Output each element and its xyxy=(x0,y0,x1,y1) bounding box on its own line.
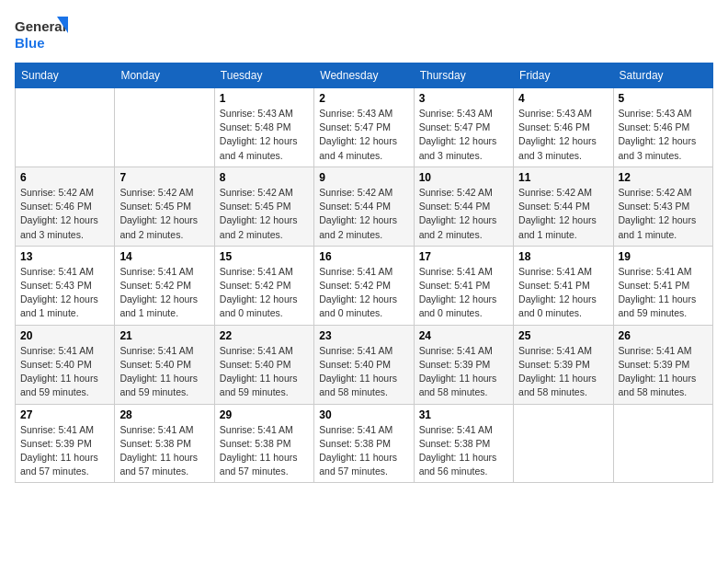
day-info: Sunrise: 5:41 AM Sunset: 5:43 PM Dayligh… xyxy=(20,265,109,321)
day-number: 19 xyxy=(619,250,708,263)
day-info: Sunrise: 5:41 AM Sunset: 5:41 PM Dayligh… xyxy=(518,265,608,321)
day-info: Sunrise: 5:41 AM Sunset: 5:38 PM Dayligh… xyxy=(119,423,209,479)
day-info: Sunrise: 5:43 AM Sunset: 5:48 PM Dayligh… xyxy=(220,107,309,163)
day-number: 9 xyxy=(319,171,408,184)
calendar-cell: 16Sunrise: 5:41 AM Sunset: 5:42 PM Dayli… xyxy=(314,246,414,325)
day-number: 11 xyxy=(518,171,608,184)
day-number: 25 xyxy=(518,329,608,342)
calendar-cell: 7Sunrise: 5:42 AM Sunset: 5:45 PM Daylig… xyxy=(115,167,214,246)
calendar-cell: 6Sunrise: 5:42 AM Sunset: 5:46 PM Daylig… xyxy=(16,167,115,246)
day-number: 30 xyxy=(319,408,408,421)
day-number: 27 xyxy=(20,408,109,421)
calendar-cell: 27Sunrise: 5:41 AM Sunset: 5:39 PM Dayli… xyxy=(16,404,115,483)
day-info: Sunrise: 5:41 AM Sunset: 5:40 PM Dayligh… xyxy=(119,344,209,400)
calendar-cell: 9Sunrise: 5:42 AM Sunset: 5:44 PM Daylig… xyxy=(314,167,414,246)
day-number: 7 xyxy=(119,171,209,184)
day-info: Sunrise: 5:41 AM Sunset: 5:41 PM Dayligh… xyxy=(619,265,708,321)
calendar-week-row: 20Sunrise: 5:41 AM Sunset: 5:40 PM Dayli… xyxy=(16,325,713,404)
day-number: 29 xyxy=(220,408,309,421)
header-monday: Monday xyxy=(115,63,214,88)
day-info: Sunrise: 5:41 AM Sunset: 5:39 PM Dayligh… xyxy=(619,344,708,400)
day-info: Sunrise: 5:41 AM Sunset: 5:42 PM Dayligh… xyxy=(119,265,209,321)
day-info: Sunrise: 5:41 AM Sunset: 5:38 PM Dayligh… xyxy=(419,423,508,479)
day-number: 16 xyxy=(319,250,408,263)
header-sunday: Sunday xyxy=(16,63,115,88)
day-info: Sunrise: 5:42 AM Sunset: 5:43 PM Dayligh… xyxy=(619,186,708,242)
day-number: 23 xyxy=(319,329,408,342)
calendar-cell: 10Sunrise: 5:42 AM Sunset: 5:44 PM Dayli… xyxy=(414,167,513,246)
calendar-cell: 12Sunrise: 5:42 AM Sunset: 5:43 PM Dayli… xyxy=(613,167,712,246)
calendar-week-row: 1Sunrise: 5:43 AM Sunset: 5:48 PM Daylig… xyxy=(16,88,713,167)
calendar-cell: 15Sunrise: 5:41 AM Sunset: 5:42 PM Dayli… xyxy=(214,246,313,325)
calendar-week-row: 13Sunrise: 5:41 AM Sunset: 5:43 PM Dayli… xyxy=(16,246,713,325)
calendar-cell: 25Sunrise: 5:41 AM Sunset: 5:39 PM Dayli… xyxy=(514,325,613,404)
calendar-week-row: 27Sunrise: 5:41 AM Sunset: 5:39 PM Dayli… xyxy=(16,404,713,483)
day-number: 18 xyxy=(518,250,608,263)
calendar-cell: 31Sunrise: 5:41 AM Sunset: 5:38 PM Dayli… xyxy=(414,404,513,483)
calendar-cell: 20Sunrise: 5:41 AM Sunset: 5:40 PM Dayli… xyxy=(16,325,115,404)
day-info: Sunrise: 5:41 AM Sunset: 5:40 PM Dayligh… xyxy=(20,344,109,400)
day-info: Sunrise: 5:43 AM Sunset: 5:47 PM Dayligh… xyxy=(419,107,508,163)
day-number: 22 xyxy=(220,329,309,342)
day-info: Sunrise: 5:41 AM Sunset: 5:38 PM Dayligh… xyxy=(220,423,309,479)
day-number: 5 xyxy=(619,92,708,105)
calendar-cell: 30Sunrise: 5:41 AM Sunset: 5:38 PM Dayli… xyxy=(314,404,414,483)
calendar-cell: 22Sunrise: 5:41 AM Sunset: 5:40 PM Dayli… xyxy=(214,325,313,404)
calendar-cell xyxy=(115,88,214,167)
day-info: Sunrise: 5:42 AM Sunset: 5:44 PM Dayligh… xyxy=(518,186,608,242)
calendar-cell: 5Sunrise: 5:43 AM Sunset: 5:46 PM Daylig… xyxy=(613,88,712,167)
calendar-cell xyxy=(16,88,115,167)
calendar-cell: 19Sunrise: 5:41 AM Sunset: 5:41 PM Dayli… xyxy=(613,246,712,325)
svg-text:Blue: Blue xyxy=(15,35,45,51)
calendar-cell: 14Sunrise: 5:41 AM Sunset: 5:42 PM Dayli… xyxy=(115,246,214,325)
day-info: Sunrise: 5:42 AM Sunset: 5:46 PM Dayligh… xyxy=(20,186,109,242)
calendar-cell: 1Sunrise: 5:43 AM Sunset: 5:48 PM Daylig… xyxy=(214,88,313,167)
header-friday: Friday xyxy=(514,63,613,88)
day-number: 31 xyxy=(419,408,508,421)
day-number: 12 xyxy=(619,171,708,184)
day-info: Sunrise: 5:43 AM Sunset: 5:47 PM Dayligh… xyxy=(319,107,408,163)
header-thursday: Thursday xyxy=(414,63,513,88)
calendar-cell: 28Sunrise: 5:41 AM Sunset: 5:38 PM Dayli… xyxy=(115,404,214,483)
day-info: Sunrise: 5:41 AM Sunset: 5:39 PM Dayligh… xyxy=(518,344,608,400)
day-info: Sunrise: 5:41 AM Sunset: 5:38 PM Dayligh… xyxy=(319,423,408,479)
calendar-cell: 26Sunrise: 5:41 AM Sunset: 5:39 PM Dayli… xyxy=(613,325,712,404)
day-info: Sunrise: 5:42 AM Sunset: 5:45 PM Dayligh… xyxy=(119,186,209,242)
header-tuesday: Tuesday xyxy=(214,63,313,88)
calendar-cell: 4Sunrise: 5:43 AM Sunset: 5:46 PM Daylig… xyxy=(514,88,613,167)
day-number: 24 xyxy=(419,329,508,342)
calendar-cell: 17Sunrise: 5:41 AM Sunset: 5:41 PM Dayli… xyxy=(414,246,513,325)
calendar-cell xyxy=(613,404,712,483)
day-number: 10 xyxy=(419,171,508,184)
day-info: Sunrise: 5:41 AM Sunset: 5:40 PM Dayligh… xyxy=(220,344,309,400)
svg-text:General: General xyxy=(15,18,66,34)
day-info: Sunrise: 5:41 AM Sunset: 5:42 PM Dayligh… xyxy=(220,265,309,321)
day-info: Sunrise: 5:42 AM Sunset: 5:45 PM Dayligh… xyxy=(220,186,309,242)
day-info: Sunrise: 5:43 AM Sunset: 5:46 PM Dayligh… xyxy=(518,107,608,163)
calendar-cell: 21Sunrise: 5:41 AM Sunset: 5:40 PM Dayli… xyxy=(115,325,214,404)
day-info: Sunrise: 5:43 AM Sunset: 5:46 PM Dayligh… xyxy=(619,107,708,163)
calendar-header-row: SundayMondayTuesdayWednesdayThursdayFrid… xyxy=(16,63,713,88)
calendar-cell: 23Sunrise: 5:41 AM Sunset: 5:40 PM Dayli… xyxy=(314,325,414,404)
logo-svg: GeneralBlue xyxy=(15,15,70,55)
day-number: 15 xyxy=(220,250,309,263)
day-info: Sunrise: 5:41 AM Sunset: 5:42 PM Dayligh… xyxy=(319,265,408,321)
day-number: 20 xyxy=(20,329,109,342)
calendar-cell: 8Sunrise: 5:42 AM Sunset: 5:45 PM Daylig… xyxy=(214,167,313,246)
day-info: Sunrise: 5:41 AM Sunset: 5:41 PM Dayligh… xyxy=(419,265,508,321)
day-number: 4 xyxy=(518,92,608,105)
day-number: 8 xyxy=(220,171,309,184)
calendar-week-row: 6Sunrise: 5:42 AM Sunset: 5:46 PM Daylig… xyxy=(16,167,713,246)
header-saturday: Saturday xyxy=(613,63,712,88)
calendar-cell: 2Sunrise: 5:43 AM Sunset: 5:47 PM Daylig… xyxy=(314,88,414,167)
logo: GeneralBlue xyxy=(15,15,70,55)
day-info: Sunrise: 5:41 AM Sunset: 5:39 PM Dayligh… xyxy=(419,344,508,400)
day-number: 13 xyxy=(20,250,109,263)
calendar-cell: 29Sunrise: 5:41 AM Sunset: 5:38 PM Dayli… xyxy=(214,404,313,483)
calendar-cell: 3Sunrise: 5:43 AM Sunset: 5:47 PM Daylig… xyxy=(414,88,513,167)
day-number: 2 xyxy=(319,92,408,105)
day-info: Sunrise: 5:41 AM Sunset: 5:39 PM Dayligh… xyxy=(20,423,109,479)
day-info: Sunrise: 5:42 AM Sunset: 5:44 PM Dayligh… xyxy=(319,186,408,242)
day-info: Sunrise: 5:42 AM Sunset: 5:44 PM Dayligh… xyxy=(419,186,508,242)
header-wednesday: Wednesday xyxy=(314,63,414,88)
